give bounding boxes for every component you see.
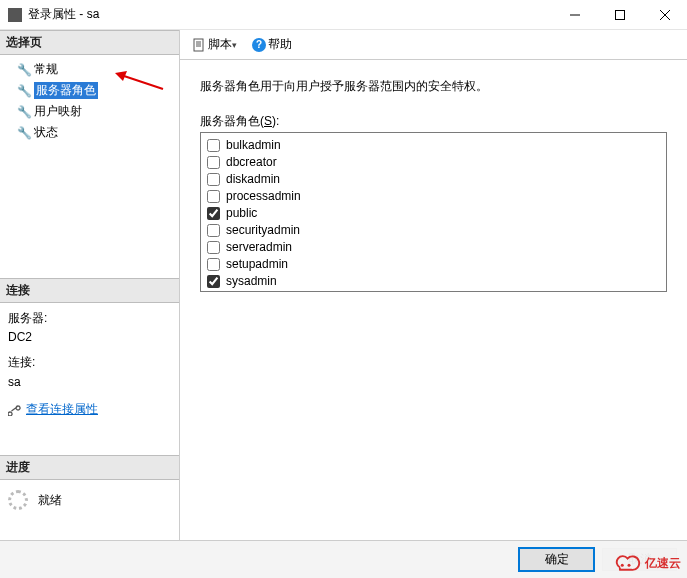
view-connection-link[interactable]: 查看连接属性 bbox=[26, 400, 98, 419]
role-row[interactable]: setupadmin bbox=[207, 256, 660, 273]
nav-label: 用户映射 bbox=[34, 103, 82, 120]
connection-icon bbox=[8, 403, 22, 415]
role-name: public bbox=[226, 205, 257, 222]
role-name: bulkadmin bbox=[226, 137, 281, 154]
help-icon: ? bbox=[252, 38, 266, 52]
nav-label: 服务器角色 bbox=[34, 82, 98, 99]
progress-body: 就绪 bbox=[0, 480, 179, 540]
role-checkbox[interactable] bbox=[207, 156, 220, 169]
role-checkbox[interactable] bbox=[207, 207, 220, 220]
connection-value: sa bbox=[8, 373, 171, 392]
role-name: processadmin bbox=[226, 188, 301, 205]
script-icon bbox=[192, 38, 206, 52]
nav-label: 状态 bbox=[34, 124, 58, 141]
wrench-icon: 🔧 bbox=[18, 106, 30, 118]
minimize-button[interactable] bbox=[552, 0, 597, 30]
role-name: setupadmin bbox=[226, 256, 288, 273]
content: 服务器角色用于向用户授予服务器范围内的安全特权。 服务器角色(S): bulka… bbox=[180, 60, 687, 540]
script-button[interactable]: 脚本 ▾ bbox=[188, 34, 244, 55]
nav-label: 常规 bbox=[34, 61, 58, 78]
server-value: DC2 bbox=[8, 328, 171, 347]
titlebar: 登录属性 - sa bbox=[0, 0, 687, 30]
chevron-down-icon: ▾ bbox=[232, 40, 240, 50]
content-pane: 脚本 ▾ ? 帮助 服务器角色用于向用户授予服务器范围内的安全特权。 服务器角色… bbox=[180, 30, 687, 540]
nav-item-server-roles[interactable]: 🔧 服务器角色 bbox=[0, 80, 179, 101]
role-checkbox[interactable] bbox=[207, 224, 220, 237]
window-title: 登录属性 - sa bbox=[28, 6, 552, 23]
wrench-icon: 🔧 bbox=[18, 127, 30, 139]
role-name: sysadmin bbox=[226, 273, 277, 290]
connection-info: 服务器: DC2 连接: sa 查看连接属性 bbox=[0, 303, 179, 425]
nav-item-general[interactable]: 🔧 常规 bbox=[0, 59, 179, 80]
role-checkbox[interactable] bbox=[207, 275, 220, 288]
app-icon bbox=[8, 8, 22, 22]
role-name: dbcreator bbox=[226, 154, 277, 171]
role-checkbox[interactable] bbox=[207, 190, 220, 203]
help-button[interactable]: ? 帮助 bbox=[248, 34, 296, 55]
view-connection-properties[interactable]: 查看连接属性 bbox=[8, 400, 171, 419]
role-checkbox[interactable] bbox=[207, 241, 220, 254]
role-name: securityadmin bbox=[226, 222, 300, 239]
role-checkbox[interactable] bbox=[207, 139, 220, 152]
script-label: 脚本 bbox=[208, 36, 232, 53]
role-name: serveradmin bbox=[226, 239, 292, 256]
role-name: diskadmin bbox=[226, 171, 280, 188]
dialog-footer: 确定 取消 bbox=[0, 540, 687, 578]
role-row[interactable]: dbcreator bbox=[207, 154, 660, 171]
maximize-button[interactable] bbox=[597, 0, 642, 30]
wrench-icon: 🔧 bbox=[18, 64, 30, 76]
ok-button[interactable]: 确定 bbox=[519, 548, 594, 571]
description-text: 服务器角色用于向用户授予服务器范围内的安全特权。 bbox=[200, 78, 667, 95]
role-row[interactable]: processadmin bbox=[207, 188, 660, 205]
nav-list: 🔧 常规 🔧 服务器角色 🔧 用户映射 🔧 状态 bbox=[0, 55, 179, 147]
select-page-header: 选择页 bbox=[0, 30, 179, 55]
nav-item-status[interactable]: 🔧 状态 bbox=[0, 122, 179, 143]
wrench-icon: 🔧 bbox=[18, 85, 30, 97]
role-row[interactable]: serveradmin bbox=[207, 239, 660, 256]
svg-rect-1 bbox=[615, 10, 624, 19]
nav-item-user-mapping[interactable]: 🔧 用户映射 bbox=[0, 101, 179, 122]
role-row[interactable]: diskadmin bbox=[207, 171, 660, 188]
svg-rect-4 bbox=[194, 39, 203, 51]
spinner-icon bbox=[8, 490, 28, 510]
connection-header: 连接 bbox=[0, 278, 179, 303]
role-row[interactable]: sysadmin bbox=[207, 273, 660, 290]
role-row[interactable]: securityadmin bbox=[207, 222, 660, 239]
role-row[interactable]: bulkadmin bbox=[207, 137, 660, 154]
roles-listbox[interactable]: bulkadmindbcreatordiskadminprocessadminp… bbox=[200, 132, 667, 292]
role-row[interactable]: public bbox=[207, 205, 660, 222]
sidebar: 选择页 🔧 常规 🔧 服务器角色 🔧 用户映射 🔧 状态 连接 服务器: D bbox=[0, 30, 180, 540]
role-checkbox[interactable] bbox=[207, 173, 220, 186]
role-checkbox[interactable] bbox=[207, 258, 220, 271]
roles-list-label: 服务器角色(S): bbox=[200, 113, 667, 130]
progress-text: 就绪 bbox=[38, 492, 62, 509]
toolbar: 脚本 ▾ ? 帮助 bbox=[180, 30, 687, 60]
cancel-button[interactable]: 取消 bbox=[602, 548, 677, 571]
progress-header: 进度 bbox=[0, 455, 179, 480]
help-label: 帮助 bbox=[268, 36, 292, 53]
server-label: 服务器: bbox=[8, 309, 171, 328]
close-button[interactable] bbox=[642, 0, 687, 30]
connection-label: 连接: bbox=[8, 353, 171, 372]
